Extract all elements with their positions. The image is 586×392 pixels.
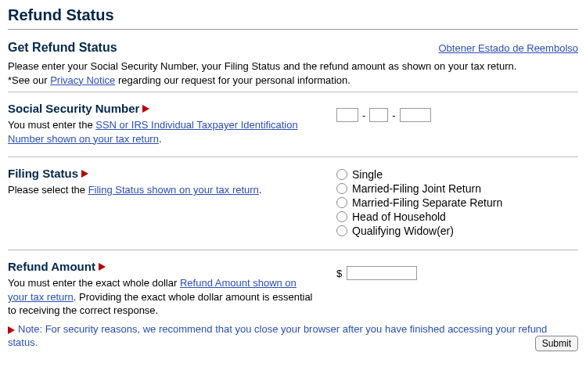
filing-option-single[interactable]: Single — [336, 168, 578, 181]
filing-option-mfs[interactable]: Married-Filing Separate Return — [336, 196, 578, 209]
submit-button[interactable]: Submit — [535, 336, 578, 351]
privacy-notice-link[interactable]: Privacy Notice — [50, 74, 115, 86]
ssn-help-post: . — [159, 133, 162, 145]
intro-see-our: *See our — [8, 74, 50, 86]
filing-help-post: . — [259, 184, 262, 196]
required-icon — [99, 263, 106, 271]
refund-section: Refund Amount You must enter the exact w… — [8, 255, 578, 318]
filing-option-hoh[interactable]: Head of Household — [336, 210, 578, 223]
refund-help: You must enter the exact whole dollar Re… — [8, 276, 313, 318]
ssn-section: Social Security Number You must enter th… — [8, 97, 578, 152]
ssn-part1-input[interactable] — [336, 108, 358, 122]
ssn-inputs: - - — [336, 102, 578, 122]
filing-section: Filing Status Please select the Filing S… — [8, 162, 578, 245]
filing-help: Please select the Filing Status shown on… — [8, 183, 313, 197]
divider — [8, 29, 578, 30]
radio-mfj[interactable] — [336, 183, 347, 194]
intro-block: Please enter your Social Security Number… — [8, 59, 578, 87]
filing-label: Filing Status — [8, 167, 78, 180]
ssn-part2-input[interactable] — [369, 108, 388, 122]
refund-amount-input[interactable] — [347, 266, 417, 280]
note-icon — [8, 326, 15, 334]
divider — [8, 92, 578, 92]
dash: - — [391, 110, 396, 121]
radio-single[interactable] — [336, 169, 347, 180]
required-icon — [81, 170, 88, 178]
intro-text: Please enter your Social Security Number… — [8, 60, 516, 72]
intro-after-link: regarding our request for your personal … — [115, 74, 351, 86]
dash: - — [361, 110, 366, 121]
ssn-help: You must enter the SSN or IRS Individual… — [8, 118, 313, 146]
filing-help-link[interactable]: Filing Status shown on your tax return — [88, 184, 259, 196]
page-title: Refund Status — [8, 6, 578, 24]
ssn-part3-input[interactable] — [400, 108, 431, 122]
refund-help-pre: You must enter the exact whole dollar — [8, 277, 180, 289]
spanish-link[interactable]: Obtener Estado de Reembolso — [439, 42, 579, 54]
radio-label: Head of Household — [352, 210, 446, 223]
radio-label: Married-Filing Separate Return — [352, 196, 502, 209]
filing-help-pre: Please select the — [8, 184, 88, 196]
ssn-label: Social Security Number — [8, 102, 139, 115]
divider — [8, 156, 578, 157]
radio-label: Single — [352, 168, 383, 181]
currency-symbol: $ — [336, 268, 342, 279]
divider — [8, 250, 578, 250]
ssn-help-pre: You must enter the — [8, 119, 95, 131]
radio-label: Qualifying Widow(er) — [352, 225, 454, 237]
radio-label: Married-Filing Joint Return — [352, 182, 481, 195]
radio-qw[interactable] — [336, 225, 347, 236]
filing-option-qw[interactable]: Qualifying Widow(er) — [336, 225, 578, 237]
radio-mfs[interactable] — [336, 197, 347, 208]
sub-title: Get Refund Status — [8, 41, 117, 55]
filing-option-mfj[interactable]: Married-Filing Joint Return — [336, 182, 578, 195]
refund-label: Refund Amount — [8, 260, 95, 273]
radio-hoh[interactable] — [336, 211, 347, 222]
required-icon — [142, 105, 149, 113]
